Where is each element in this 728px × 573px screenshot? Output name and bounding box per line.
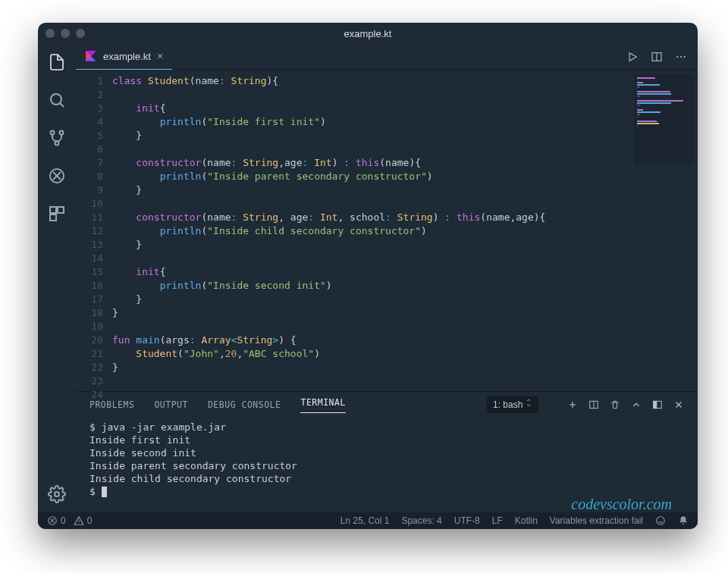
code-line[interactable]: println("Inside first init") — [112, 115, 698, 129]
terminal-line: Inside first init — [89, 434, 684, 446]
svg-point-2 — [60, 131, 64, 135]
code-content[interactable]: class Student(name: String){ init{ print… — [112, 70, 698, 391]
code-line[interactable]: constructor(name: String, age: Int, scho… — [112, 211, 698, 224]
terminal-line: Inside second init — [89, 446, 684, 459]
svg-point-17 — [657, 517, 665, 525]
code-line[interactable]: println("Inside second init") — [112, 279, 698, 293]
terminal-line: $ java -jar example.jar — [89, 421, 684, 434]
toggle-panel-icon[interactable] — [652, 399, 663, 410]
panel-tab-terminal[interactable]: TERMINAL — [300, 397, 345, 413]
status-message[interactable]: Variables extraction fail — [550, 515, 643, 526]
svg-rect-7 — [50, 214, 56, 221]
settings-gear-icon[interactable] — [46, 484, 67, 505]
split-terminal-icon[interactable] — [588, 399, 599, 410]
panel-tab-output[interactable]: OUTPUT — [154, 399, 188, 410]
tab-label: example.kt — [103, 51, 151, 62]
status-eol[interactable]: LF — [492, 515, 503, 526]
svg-point-11 — [680, 55, 682, 57]
svg-point-0 — [51, 94, 61, 105]
svg-rect-5 — [50, 207, 56, 213]
code-line[interactable]: } — [112, 293, 698, 306]
code-line[interactable]: fun main(args: Array<String>) { — [112, 333, 698, 347]
code-line[interactable] — [112, 320, 698, 333]
panel-tabs: PROBLEMS OUTPUT DEBUG CONSOLE TERMINAL 1… — [76, 392, 698, 418]
window-title: example.kt — [38, 28, 698, 39]
status-feedback-icon[interactable] — [655, 515, 666, 526]
code-line[interactable]: } — [112, 361, 698, 374]
line-gutter: 123456789101112131415161718192021222324 — [76, 70, 112, 391]
status-cursor-pos[interactable]: Ln 25, Col 1 — [340, 515, 390, 526]
svg-point-1 — [51, 131, 55, 135]
svg-point-8 — [55, 492, 59, 496]
debug-icon[interactable] — [46, 165, 67, 186]
code-line[interactable] — [112, 388, 698, 391]
svg-rect-15 — [654, 401, 657, 408]
split-editor-icon[interactable] — [651, 51, 663, 63]
status-bell-icon[interactable] — [678, 515, 689, 526]
code-line[interactable]: Student("John",20,"ABC school") — [112, 347, 698, 361]
editor-actions — [626, 51, 698, 63]
editor-window: example.kt — [38, 23, 698, 529]
watermark: codevscolor.com — [571, 498, 672, 511]
code-line[interactable]: init{ — [112, 102, 698, 115]
maximize-panel-icon[interactable] — [631, 399, 642, 410]
code-line[interactable]: } — [112, 238, 698, 252]
status-encoding[interactable]: UTF-8 — [454, 515, 480, 526]
code-line[interactable]: } — [112, 129, 698, 142]
code-line[interactable]: } — [112, 306, 698, 320]
terminal-output[interactable]: $ java -jar example.jarInside first init… — [76, 418, 698, 512]
code-line[interactable] — [112, 252, 698, 265]
status-bar: 0 0 Ln 25, Col 1 Spaces: 4 UTF-8 LF Kotl… — [38, 512, 698, 529]
code-line[interactable]: init{ — [112, 265, 698, 279]
status-language[interactable]: Kotlin — [515, 515, 538, 526]
more-actions-icon[interactable] — [675, 51, 687, 63]
svg-rect-6 — [58, 207, 64, 213]
terminal-line: Inside child secondary constructor — [89, 472, 684, 485]
code-line[interactable]: println("Inside child secondary construc… — [112, 224, 698, 238]
close-panel-icon[interactable] — [673, 399, 684, 410]
status-spaces[interactable]: Spaces: 4 — [401, 515, 441, 526]
panel-tab-debug[interactable]: DEBUG CONSOLE — [208, 399, 281, 410]
new-terminal-icon[interactable] — [567, 399, 578, 410]
svg-point-10 — [676, 55, 678, 57]
terminal-select[interactable]: 1: bash — [487, 396, 538, 413]
status-errors[interactable]: 0 — [47, 515, 66, 526]
activity-bar — [38, 44, 76, 512]
close-tab-icon[interactable]: × — [157, 50, 163, 62]
source-control-icon[interactable] — [46, 127, 67, 149]
code-line[interactable]: constructor(name: String,age: Int) : thi… — [112, 156, 698, 170]
status-warnings[interactable]: 0 — [74, 515, 93, 526]
code-line[interactable] — [112, 142, 698, 156]
search-icon[interactable] — [46, 89, 67, 111]
titlebar: example.kt — [38, 23, 698, 44]
run-icon[interactable] — [626, 51, 639, 63]
svg-point-12 — [684, 55, 686, 57]
terminal-line: Inside parent secondary constructor — [89, 459, 684, 472]
code-line[interactable]: class Student(name: String){ — [112, 74, 698, 88]
code-line[interactable] — [112, 197, 698, 211]
code-line[interactable] — [112, 88, 698, 102]
minimap[interactable] — [634, 74, 693, 165]
explorer-icon[interactable] — [46, 52, 67, 73]
kill-terminal-icon[interactable] — [610, 399, 620, 410]
kotlin-file-icon — [85, 50, 97, 62]
extensions-icon[interactable] — [46, 203, 67, 224]
code-line[interactable]: } — [112, 183, 698, 197]
code-line[interactable] — [112, 374, 698, 388]
tab-example-kt[interactable]: example.kt × — [76, 44, 172, 70]
code-editor[interactable]: 123456789101112131415161718192021222324 … — [76, 70, 698, 391]
svg-point-3 — [55, 142, 59, 146]
code-line[interactable]: println("Inside parent secondary constru… — [112, 170, 698, 183]
bottom-panel: PROBLEMS OUTPUT DEBUG CONSOLE TERMINAL 1… — [76, 391, 698, 512]
editor-tabs: example.kt × — [76, 44, 698, 70]
